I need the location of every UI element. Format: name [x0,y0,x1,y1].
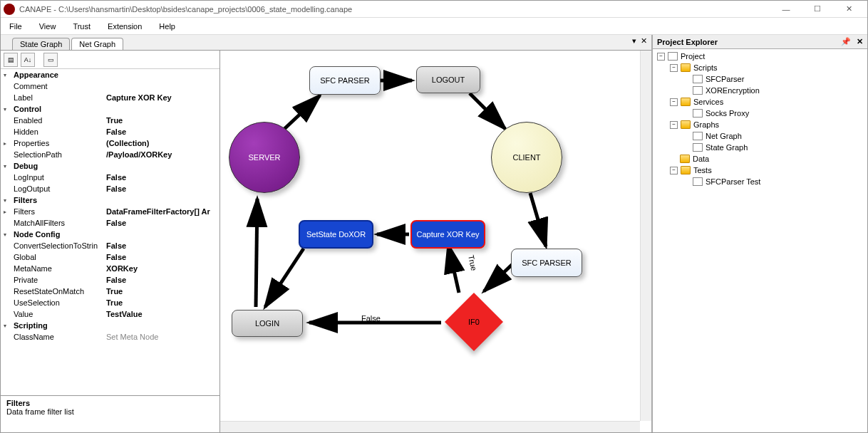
prop-comment[interactable]: Comment [14,82,106,90]
node-client[interactable]: CLIENT [491,122,562,193]
menu-file[interactable]: File [9,22,22,31]
svg-line-3 [530,193,546,246]
close-button[interactable]: ✕ [833,1,864,17]
prop-properties[interactable]: Properties [14,139,106,147]
pin-icon[interactable]: 📌 [841,37,851,46]
node-sfc-parser-1[interactable]: SFC PARSER [309,66,381,95]
cat-scripting[interactable]: Scripting [14,321,106,330]
prop-convert[interactable]: ConvertSelectionToStrin [14,241,106,250]
tree-sfctest[interactable]: SFCParser Test [706,177,760,186]
prop-enabled[interactable]: Enabled [14,116,106,125]
cat-nodeconfig[interactable]: Node Config [14,230,106,239]
script-icon [693,86,703,95]
svg-line-9 [256,199,257,307]
node-server[interactable]: SERVER [229,122,300,193]
tabs-close-icon[interactable]: ✕ [641,36,647,46]
property-description: Filters Data frame filter list [1,395,219,432]
folder-icon [681,98,691,106]
graph-icon [693,143,703,152]
app-icon [4,4,15,15]
doc-tabbar: State Graph Net Graph ▾ ✕ [1,35,651,51]
prop-matchall[interactable]: MatchAllFilters [14,219,106,227]
graph-canvas[interactable]: SFC PARSER LOGOUT SERVER CLIENT SetState… [220,51,651,432]
prop-loginput[interactable]: LogInput [14,173,106,182]
prop-pages-button[interactable]: ▭ [43,53,58,67]
toggle-icon[interactable]: − [670,121,678,129]
project-explorer-panel: Project Explorer 📌 ✕ −Project −Scripts S… [652,35,867,432]
tab-state-graph[interactable]: State Graph [12,38,70,50]
project-icon [668,52,678,61]
canvas-vscrollbar[interactable] [640,51,651,421]
window-title: CANAPE - C:\Users\hansmartin\Desktop\bsi… [19,5,770,14]
prop-classname[interactable]: ClassName [14,333,106,341]
toggle-icon[interactable]: − [670,64,678,72]
svg-line-1 [284,95,320,129]
tabs-dropdown-icon[interactable]: ▾ [632,36,636,46]
minimize-button[interactable]: — [770,1,802,17]
tree-sfcparser[interactable]: SFCParser [706,75,744,83]
prop-metaname[interactable]: MetaName [14,264,106,273]
prop-value[interactable]: Value [14,310,106,318]
script-icon [693,75,703,83]
tree-socks[interactable]: Socks Proxy [706,109,749,118]
property-grid[interactable]: ▾Appearance Comment LabelCapture XOR Key… [1,69,219,395]
node-setstate-doxor[interactable]: SetState DoXOR [299,220,373,249]
tree-services[interactable]: Services [693,98,723,106]
tree-netgraph[interactable]: Net Graph [706,132,742,140]
cat-control[interactable]: Control [14,105,106,113]
tree-data[interactable]: Data [693,155,709,163]
tree-project[interactable]: Project [681,52,705,61]
node-sfc-parser-2[interactable]: SFC PARSER [511,249,582,277]
tree-tests[interactable]: Tests [693,166,712,174]
svg-line-7 [265,249,304,307]
propfoot-desc: Data frame filter list [6,407,214,416]
project-tree[interactable]: −Project −Scripts SFCParser XOREncryptio… [653,49,867,189]
prop-private[interactable]: Private [14,276,106,284]
project-explorer-header: Project Explorer 📌 ✕ [653,35,867,49]
tree-graphs[interactable]: Graphs [693,120,719,129]
toggle-icon[interactable]: − [670,167,678,174]
cat-appearance[interactable]: Appearance [14,71,106,79]
folder-icon [681,120,691,129]
maximize-button[interactable]: ☐ [802,1,833,17]
property-toolbar: ▤ A↓ ▭ [1,51,219,69]
node-capture-xor-key[interactable]: Capture XOR Key [410,220,485,249]
folder-icon [680,155,690,163]
tree-xorenc[interactable]: XOREncryption [706,86,760,95]
folder-icon [681,166,691,174]
edge-label-false: False [361,314,381,323]
svg-line-2 [470,93,505,129]
tree-scripts[interactable]: Scripts [693,63,718,72]
prop-categorized-button[interactable]: ▤ [4,53,18,67]
cat-debug[interactable]: Debug [14,162,106,170]
node-logout[interactable]: LOGOUT [416,66,480,93]
menu-trust[interactable]: Trust [73,22,91,31]
prop-alpha-button[interactable]: A↓ [21,53,35,67]
propfoot-title: Filters [6,399,214,407]
prop-label[interactable]: Label [14,93,106,102]
prop-usesel[interactable]: UseSelection [14,298,106,307]
prop-reset[interactable]: ResetStateOnMatch [14,287,106,296]
prop-hidden[interactable]: Hidden [14,127,106,136]
prop-selectionpath[interactable]: SelectionPath [14,150,106,159]
toggle-icon[interactable]: − [657,53,665,61]
node-login[interactable]: LOGIN [232,310,303,337]
folder-icon [681,63,691,72]
tab-net-graph[interactable]: Net Graph [71,38,123,50]
menu-extension[interactable]: Extension [108,22,142,31]
tree-stategraph[interactable]: State Graph [706,143,748,152]
svg-line-5 [448,245,459,293]
canvas-hscrollbar[interactable] [220,421,640,432]
menu-help[interactable]: Help [159,22,175,31]
cat-filters[interactable]: Filters [14,196,106,204]
service-icon [693,109,703,118]
prop-global[interactable]: Global [14,253,106,261]
test-icon [693,177,703,186]
menu-view[interactable]: View [39,22,56,31]
titlebar: CANAPE - C:\Users\hansmartin\Desktop\bsi… [1,1,867,18]
prop-logoutput[interactable]: LogOutput [14,184,106,193]
menubar: File View Trust Extension Help [1,18,867,35]
panel-close-icon[interactable]: ✕ [857,37,863,46]
prop-filters[interactable]: Filters [14,207,106,216]
toggle-icon[interactable]: − [670,98,678,106]
